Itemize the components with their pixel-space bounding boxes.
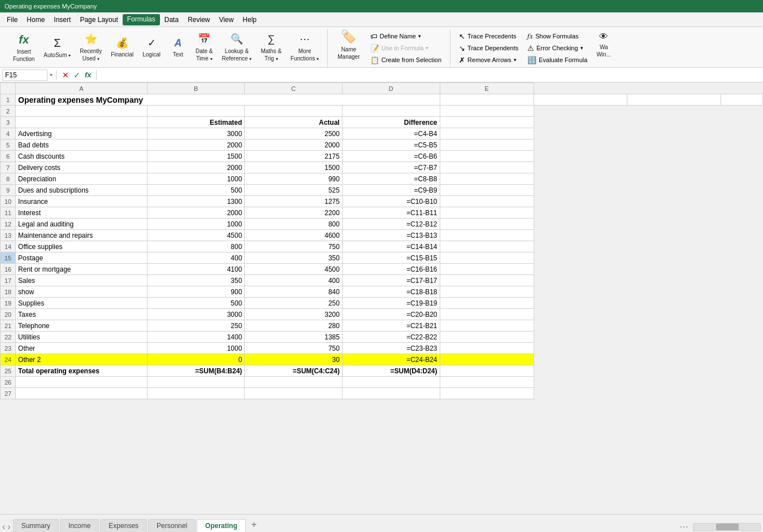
name-manager-button[interactable]: 🏷️ Name Manager [332,29,365,60]
menu-view[interactable]: View [215,15,239,25]
cell-e14[interactable] [440,241,534,252]
cell-b26[interactable] [147,377,245,388]
more-functions-button[interactable]: ⋯ MoreFunctions ▾ [287,29,323,66]
create-from-selection-button[interactable]: 📋 Create from Selection [366,54,445,66]
autosum-button[interactable]: Σ AutoSum ▾ [40,29,75,66]
cell-d27[interactable] [342,388,440,399]
cell-d14[interactable]: =C14-B14 [342,241,440,252]
row-header-11[interactable]: 11 [1,207,16,219]
col-header-a[interactable]: A [16,83,148,94]
cell-d23[interactable]: =C23-B23 [342,343,440,354]
row-header-1[interactable]: 1 [1,94,16,106]
cell-e17[interactable] [440,275,534,286]
cancel-formula-icon[interactable]: ✕ [62,71,69,80]
error-checking-button[interactable]: ⚠ Error Checking ▾ [523,42,591,54]
cell-d13[interactable]: =C13-B13 [342,230,440,241]
cell-a2[interactable] [16,106,148,117]
cell-b13[interactable]: 4500 [147,230,245,241]
cell-b19[interactable]: 500 [147,298,245,309]
cell-a18[interactable]: show [16,286,148,298]
cell-e27[interactable] [440,388,534,399]
cell-c16[interactable]: 4500 [245,264,343,275]
cell-c12[interactable]: 800 [245,219,343,230]
cell-b27[interactable] [147,388,245,399]
recently-used-button[interactable]: ⭐ RecentlyUsed ▾ [76,29,106,66]
cell-c22[interactable]: 1385 [245,332,343,343]
cell-e10[interactable] [440,196,534,207]
row-header-26[interactable]: 26 [1,377,16,388]
cell-c27[interactable] [245,388,343,399]
text-button[interactable]: A Text [166,29,190,66]
cell-b9[interactable]: 500 [147,185,245,196]
cell-d26[interactable] [342,377,440,388]
cell-c6[interactable]: 2175 [245,151,343,162]
cell-b1[interactable] [440,94,534,106]
cell-e18[interactable] [440,286,534,298]
cell-a3[interactable] [16,117,148,128]
sheet-prev-button[interactable]: ‹ [2,522,5,532]
cell-a20[interactable]: Taxes [16,309,148,320]
menu-file[interactable]: File [2,15,22,25]
sheet-next-button[interactable]: › [7,522,10,532]
confirm-formula-icon[interactable]: ✓ [73,71,80,80]
cell-e5[interactable] [440,139,534,151]
cell-d21[interactable]: =C21-B21 [342,320,440,332]
cell-d5[interactable]: =C5-B5 [342,139,440,151]
row-header-18[interactable]: 18 [1,286,16,298]
cell-e24[interactable] [440,354,534,365]
cell-d6[interactable]: =C6-B6 [342,151,440,162]
sheet-tab-expenses[interactable]: Expenses [100,519,147,532]
cell-a8[interactable]: Depreciation [16,173,148,185]
cell-d1[interactable] [627,94,721,106]
cell-d16[interactable]: =C16-B16 [342,264,440,275]
cell-c13[interactable]: 4600 [245,230,343,241]
cell-c10[interactable]: 1275 [245,196,343,207]
cell-c7[interactable]: 1500 [245,162,343,173]
cell-a10[interactable]: Insurance [16,196,148,207]
cell-a6[interactable]: Cash discounts [16,151,148,162]
cell-b15[interactable]: 400 [147,252,245,264]
cell-b6[interactable]: 1500 [147,151,245,162]
cell-c1[interactable] [534,94,627,106]
cell-d17[interactable]: =C17-B17 [342,275,440,286]
cell-d2[interactable] [342,106,440,117]
row-header-5[interactable]: 5 [1,139,16,151]
cell-a7[interactable]: Delivery costs [16,162,148,173]
cell-e8[interactable] [440,173,534,185]
cell-c5[interactable]: 2000 [245,139,343,151]
logical-button[interactable]: ✓ Logical [138,29,164,66]
row-header-12[interactable]: 12 [1,219,16,230]
menu-data[interactable]: Data [160,15,183,25]
row-header-21[interactable]: 21 [1,320,16,332]
row-header-25[interactable]: 25 [1,365,16,377]
cell-c17[interactable]: 400 [245,275,343,286]
cell-e13[interactable] [440,230,534,241]
cell-a22[interactable]: Utilities [16,332,148,343]
remove-arrows-button[interactable]: ✗ Remove Arrows ▾ [455,54,522,66]
cell-c11[interactable]: 2200 [245,207,343,219]
cell-a14[interactable]: Office supplies [16,241,148,252]
cell-a24[interactable]: Other 2 [16,354,148,365]
cell-c25[interactable]: =SUM(C4:C24) [245,365,343,377]
cell-b17[interactable]: 350 [147,275,245,286]
cell-d22[interactable]: =C22-B22 [342,332,440,343]
evaluate-formula-button[interactable]: 🔢 Evaluate Formula [523,54,591,66]
cell-a26[interactable] [16,377,148,388]
cell-d19[interactable]: =C19-B19 [342,298,440,309]
cell-a1[interactable]: Operating expenses MyCompany [16,94,440,106]
row-header-9[interactable]: 9 [1,185,16,196]
financial-button[interactable]: 💰 Financial [107,29,137,66]
cell-e9[interactable] [440,185,534,196]
row-header-22[interactable]: 22 [1,332,16,343]
cell-c2[interactable] [245,106,343,117]
cell-d10[interactable]: =C10-B10 [342,196,440,207]
cell-d20[interactable]: =C20-B20 [342,309,440,320]
cell-e11[interactable] [440,207,534,219]
menu-page-layout[interactable]: Page Layout [75,15,122,25]
trace-precedents-button[interactable]: ↖ Trace Precedents [455,30,522,42]
row-header-14[interactable]: 14 [1,241,16,252]
row-header-7[interactable]: 7 [1,162,16,173]
menu-formulas[interactable]: Formulas [123,14,160,25]
dots-menu[interactable]: ⋯ [679,521,688,532]
cell-e4[interactable] [440,128,534,139]
